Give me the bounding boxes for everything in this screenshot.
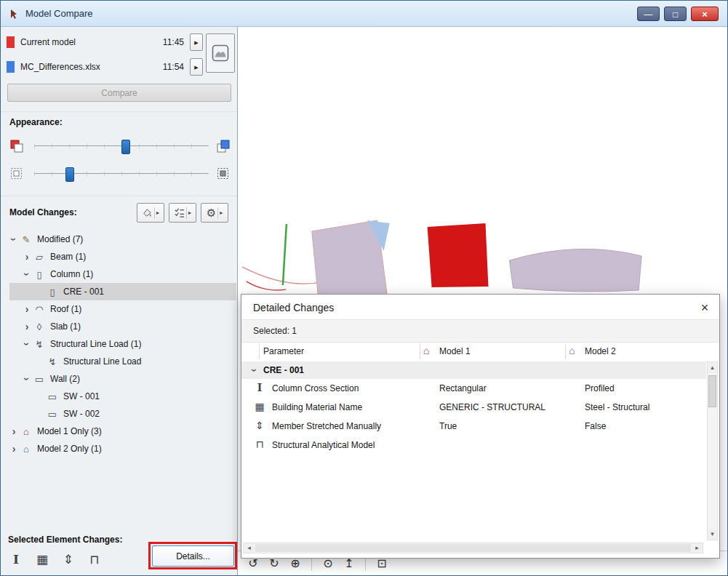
structural-analytical-icon: ⊓	[253, 439, 266, 449]
model2-source-menu-button[interactable]: ▶	[190, 58, 203, 76]
highlight-style-options-button[interactable]: ▸	[137, 203, 164, 223]
shape-lavender-wall	[509, 249, 641, 292]
model1-name: Current model	[20, 37, 163, 47]
maximize-button[interactable]: □	[664, 7, 687, 21]
highlight-intensity-slider-thumb[interactable]	[121, 140, 130, 154]
roof-icon: ◠	[33, 305, 46, 314]
details-button[interactable]: Details...	[152, 545, 234, 567]
model-row-2: MC_Differences.xlsx 11:54 ▶	[7, 57, 203, 76]
scroll-up-icon[interactable]: ▴	[708, 362, 717, 373]
tree-item-column-1[interactable]: ›▯Column (1)	[1, 265, 236, 283]
context-fade-slider[interactable]	[34, 169, 209, 178]
member-stretched-icon: ⇕	[60, 553, 76, 566]
model-compare-app-icon	[8, 7, 21, 20]
tree-item-structural-line-load[interactable]: ↯Structural Line Load	[1, 353, 236, 370]
compare-button[interactable]: Compare	[7, 84, 231, 102]
shape-red-arc	[247, 281, 286, 290]
tree-item-label: CRE - 001	[63, 287, 104, 297]
chevron-expanded-icon[interactable]: ›	[22, 268, 32, 280]
vertical-scrollbar[interactable]: ▴ ▾	[707, 361, 718, 540]
house-red-icon: ⌂	[423, 345, 429, 356]
scroll-left-icon[interactable]: ◂	[244, 543, 255, 553]
chevron-collapsed-icon[interactable]: ›	[21, 252, 33, 262]
model1-color-swatch	[7, 36, 15, 48]
detail-rows: IColumn Cross SectionRectangularProfiled…	[241, 379, 706, 455]
chevron-collapsed-icon[interactable]: ›	[8, 444, 20, 454]
tree-item-label: Modified (7)	[37, 234, 83, 244]
highlight-intensity-slider[interactable]	[34, 142, 209, 151]
tree-item-sw-001[interactable]: ▭SW - 001	[1, 388, 236, 405]
triangle-right-icon: ▶	[194, 40, 198, 45]
tree-item-model-1-only-3[interactable]: ›⌂Model 1 Only (3)	[1, 423, 236, 440]
group-label: CRE - 001	[263, 365, 304, 375]
house-blue-icon: ⌂	[569, 345, 575, 356]
column-header-model1: Model 1	[439, 346, 471, 356]
context-fade-slider-thumb[interactable]	[65, 167, 74, 182]
model2-time: 11:54	[163, 62, 184, 72]
criteria-list-icon	[174, 207, 185, 218]
dialog-close-button[interactable]: ×	[696, 299, 713, 316]
scrollbar-thumb[interactable]	[255, 544, 691, 552]
chevron-expanded-icon[interactable]: ›	[9, 233, 19, 245]
column-header-model2: Model 2	[585, 346, 616, 356]
tree-item-wall-2[interactable]: ›▭Wall (2)	[1, 370, 236, 388]
detail-row-building-material-name[interactable]: ▦Building Material NameGENERIC - STRUCTU…	[241, 398, 706, 417]
section-divider	[1, 111, 237, 112]
chevron-expanded-icon[interactable]: ›	[22, 373, 32, 385]
chevron-expanded-icon[interactable]: ›	[249, 364, 260, 376]
scrollbar-thumb[interactable]	[708, 375, 716, 407]
model1-source-menu-button[interactable]: ▶	[190, 33, 203, 51]
cell-m1: Rectangular	[439, 383, 487, 393]
view-mode-button[interactable]	[206, 33, 235, 73]
pencil-icon: ✎	[20, 235, 33, 244]
scroll-right-icon[interactable]: ▸	[692, 543, 703, 553]
chevron-collapsed-icon[interactable]: ›	[21, 321, 33, 332]
tree-item-label: Slab (1)	[50, 321, 81, 332]
red-overlap-icon	[9, 139, 24, 153]
cell-m1: GENERIC - STRUCTURAL	[439, 402, 545, 412]
redo-view-icon: ↻	[269, 558, 279, 569]
settings-options-button[interactable]: ⚙ ▸	[201, 203, 228, 223]
cell-param: Member Stretched Manually	[272, 421, 381, 431]
tree-item-sw-002[interactable]: ▭SW - 002	[1, 405, 236, 423]
detail-row-structural-analytical-model[interactable]: ⊓Structural Analytical Model	[241, 436, 706, 455]
tree-item-label: Structural Line Load (1)	[50, 339, 141, 349]
tree-item-structural-line-load-1[interactable]: ›↯Structural Line Load (1)	[1, 335, 236, 353]
selected-count: Selected: 1	[253, 326, 297, 336]
slider-track-line	[34, 173, 209, 174]
tree-item-cre-001[interactable]: ▯CRE - 001	[1, 283, 236, 300]
column-cross-section-icon: I	[8, 553, 24, 566]
model1-time: 11:45	[163, 37, 184, 47]
triangle-right-icon: ▶	[194, 65, 198, 70]
scroll-down-icon[interactable]: ▾	[708, 529, 717, 540]
tree-item-beam-1[interactable]: ›▱Beam (1)	[1, 248, 236, 265]
detail-row-member-stretched-manually[interactable]: ⇕Member Stretched ManuallyTrueFalse	[241, 417, 706, 436]
detail-row-column-cross-section[interactable]: IColumn Cross SectionRectangularProfiled	[241, 379, 706, 398]
cell-m2: Steel - Structural	[585, 402, 649, 412]
tree-item-roof-1[interactable]: ›◠Roof (1)	[1, 300, 236, 318]
tree-item-label: SW - 001	[63, 391, 100, 401]
highlight-style-icon	[142, 207, 153, 218]
chevron-collapsed-icon[interactable]: ›	[21, 304, 33, 314]
tree-item-model-2-only-1[interactable]: ›⌂Model 2 Only (1)	[1, 440, 236, 457]
line-load-icon: ↯	[33, 340, 46, 349]
close-button[interactable]: ×	[691, 7, 719, 21]
context-fade-slider-row	[1, 164, 237, 184]
beam-icon: ▱	[33, 252, 46, 262]
minimize-button[interactable]: —	[637, 7, 660, 21]
chevron-collapsed-icon[interactable]: ›	[8, 426, 20, 436]
orbit-icon: ⊙	[323, 558, 332, 569]
column-separator	[420, 343, 420, 359]
tree-item-slab-1[interactable]: ›◊Slab (1)	[1, 318, 236, 335]
model-compare-window: Model Compare — □ × Current model 11:45 …	[0, 0, 728, 576]
group-row-cre-001[interactable]: › CRE - 001	[241, 361, 706, 379]
horizontal-scrollbar[interactable]: ◂ ▸	[243, 543, 703, 553]
detailed-changes-dialog: Detailed Changes × Selected: 1 Parameter…	[241, 294, 720, 559]
tree-item-modified-7[interactable]: ›✎Modified (7)	[1, 231, 236, 248]
window-title: Model Compare	[25, 8, 93, 19]
caret-right-icon: ▸	[220, 210, 223, 216]
dashed-box-light-icon	[9, 167, 24, 181]
house-blue-icon: ⌂	[20, 444, 33, 454]
criteria-list-options-button[interactable]: ▸	[169, 203, 196, 223]
chevron-expanded-icon[interactable]: ›	[22, 338, 32, 350]
